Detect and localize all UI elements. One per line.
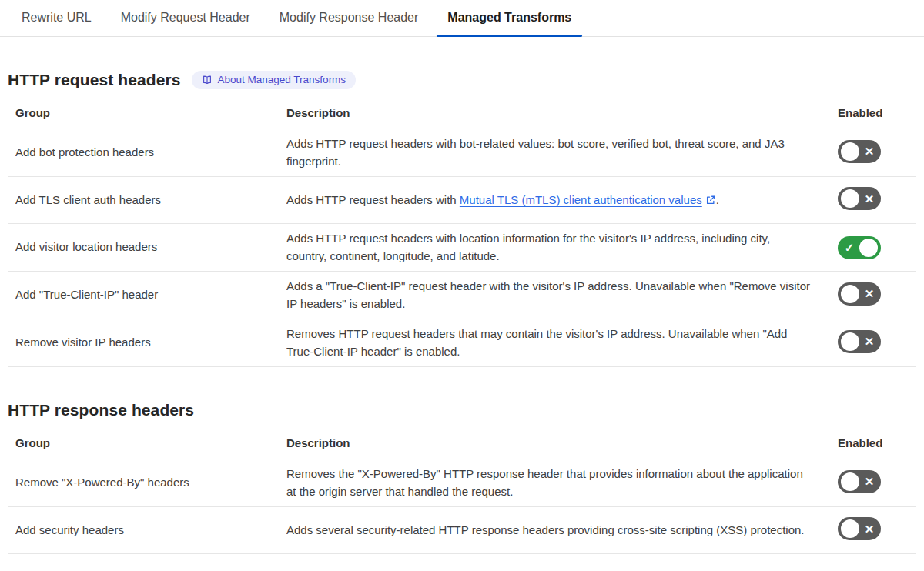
group-cell: Remove visitor IP headers bbox=[8, 319, 279, 367]
about-managed-transforms-badge[interactable]: About Managed Transforms bbox=[192, 71, 357, 89]
toggle-state-icon: ✕ bbox=[861, 288, 878, 299]
tab-managed-transforms[interactable]: Managed Transforms bbox=[437, 0, 582, 36]
group-cell: Add bot protection headers bbox=[8, 129, 279, 177]
description-cell: Removes HTTP request headers that may co… bbox=[279, 319, 830, 367]
badge-label: About Managed Transforms bbox=[218, 75, 346, 85]
section: HTTP response headers Group Description … bbox=[8, 401, 916, 554]
table-row: Remove "X-Powered-By" headers Removes th… bbox=[8, 459, 916, 507]
tab-label: Managed Transforms bbox=[447, 11, 571, 24]
group-cell: Remove "X-Powered-By" headers bbox=[8, 459, 279, 507]
enabled-toggle[interactable]: ✕ bbox=[838, 330, 881, 353]
column-header-description: Description bbox=[279, 430, 830, 459]
section: HTTP request headers About Managed Trans… bbox=[8, 71, 916, 367]
description-cell: Adds a "True-Client-IP" request header w… bbox=[279, 272, 830, 319]
enabled-toggle[interactable]: ✕ bbox=[838, 187, 881, 210]
column-header-enabled: Enabled bbox=[830, 100, 916, 129]
toggle-knob bbox=[841, 472, 859, 491]
table-header-row: Group Description Enabled bbox=[8, 100, 916, 129]
main: HTTP request headers About Managed Trans… bbox=[0, 71, 924, 554]
external-link-icon bbox=[702, 192, 716, 209]
enabled-toggle[interactable]: ✕ bbox=[838, 517, 881, 540]
toggle-state-icon: ✕ bbox=[861, 336, 878, 347]
tab-modify-response-header[interactable]: Modify Response Header bbox=[269, 0, 430, 36]
toggle-state-icon: ✕ bbox=[861, 193, 878, 205]
toggle-state-icon: ✕ bbox=[861, 145, 878, 157]
toggle-knob bbox=[841, 142, 859, 161]
section-title: HTTP response headers bbox=[8, 401, 194, 419]
book-icon bbox=[202, 75, 213, 85]
toggle-state-icon: ✓ bbox=[841, 242, 858, 253]
table-row: Add security headers Adds several securi… bbox=[8, 507, 916, 554]
table-row: Add visitor location headers Adds HTTP r… bbox=[8, 224, 916, 272]
toggle-knob bbox=[841, 519, 859, 538]
transforms-table: Group Description Enabled Remove "X-Powe… bbox=[8, 430, 916, 554]
toggle-state-icon: ✕ bbox=[861, 523, 878, 535]
tab-label: Modify Request Header bbox=[121, 11, 250, 24]
column-header-description: Description bbox=[279, 100, 830, 129]
section-header: HTTP response headers bbox=[8, 401, 916, 419]
group-cell: Add visitor location headers bbox=[8, 224, 279, 272]
column-header-group: Group bbox=[8, 430, 279, 459]
tab-label: Modify Response Header bbox=[280, 11, 419, 24]
enabled-toggle[interactable]: ✕ bbox=[838, 282, 881, 306]
tab-label: Rewrite URL bbox=[22, 11, 92, 24]
column-header-group: Group bbox=[8, 100, 279, 129]
description-cell: Adds HTTP request headers with bot-relat… bbox=[279, 129, 830, 177]
enabled-toggle[interactable]: ✓ bbox=[838, 236, 881, 259]
enabled-toggle[interactable]: ✕ bbox=[838, 140, 881, 163]
table-row: Add bot protection headers Adds HTTP req… bbox=[8, 129, 916, 177]
description-cell: Adds several security-related HTTP respo… bbox=[279, 507, 830, 554]
section-title: HTTP request headers bbox=[8, 71, 181, 89]
description-link[interactable]: Mutual TLS (mTLS) client authentication … bbox=[460, 193, 716, 206]
column-header-enabled: Enabled bbox=[830, 430, 916, 459]
tab-rewrite-url[interactable]: Rewrite URL bbox=[11, 0, 102, 36]
group-cell: Add TLS client auth headers bbox=[8, 177, 279, 224]
description-cell: Adds HTTP request headers with Mutual TL… bbox=[279, 177, 830, 224]
transforms-table: Group Description Enabled Add bot protec… bbox=[8, 100, 916, 367]
group-cell: Add "True-Client-IP" header bbox=[8, 272, 279, 319]
toggle-knob bbox=[841, 332, 859, 351]
description-cell: Adds HTTP request headers with location … bbox=[279, 224, 830, 272]
toggle-knob bbox=[841, 189, 859, 208]
toggle-knob bbox=[859, 239, 878, 257]
description-cell: Removes the "X-Powered-By" HTTP response… bbox=[279, 459, 830, 507]
table-row: Add "True-Client-IP" header Adds a "True… bbox=[8, 272, 916, 319]
table-row: Remove visitor IP headers Removes HTTP r… bbox=[8, 319, 916, 367]
tab-bar: Rewrite URL Modify Request Header Modify… bbox=[0, 0, 924, 37]
section-header: HTTP request headers About Managed Trans… bbox=[8, 71, 916, 89]
toggle-state-icon: ✕ bbox=[861, 476, 878, 487]
tab-modify-request-header[interactable]: Modify Request Header bbox=[110, 0, 261, 36]
table-header-row: Group Description Enabled bbox=[8, 430, 916, 459]
table-row: Add TLS client auth headers Adds HTTP re… bbox=[8, 177, 916, 224]
toggle-knob bbox=[841, 285, 859, 303]
enabled-toggle[interactable]: ✕ bbox=[838, 470, 881, 493]
group-cell: Add security headers bbox=[8, 507, 279, 554]
